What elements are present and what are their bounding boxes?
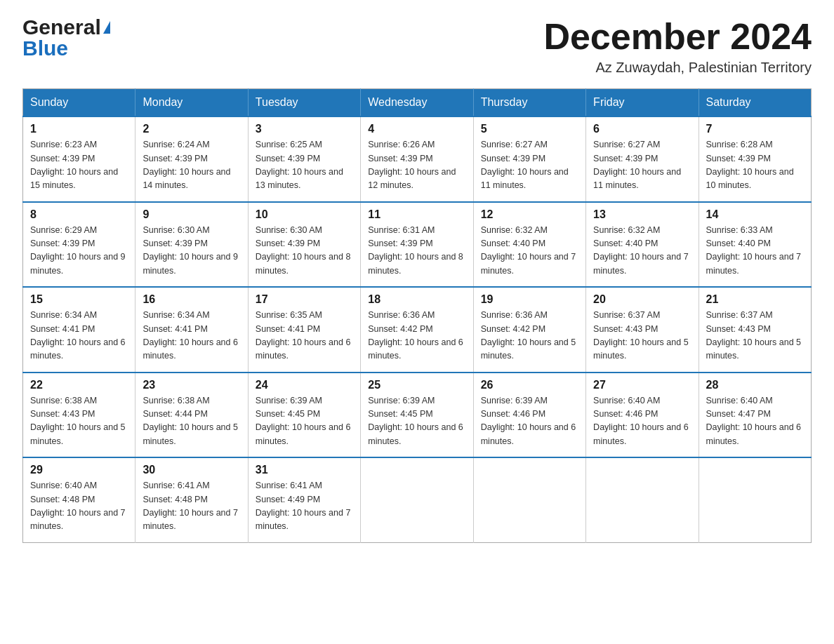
day-number: 17 xyxy=(256,293,353,306)
day-info: Sunrise: 6:37 AMSunset: 4:43 PMDaylight:… xyxy=(593,309,691,363)
calendar-day-cell: 4Sunrise: 6:26 AMSunset: 4:39 PMDaylight… xyxy=(361,116,473,202)
calendar-day-cell: 14Sunrise: 6:33 AMSunset: 4:40 PMDayligh… xyxy=(699,202,811,288)
day-info: Sunrise: 6:27 AMSunset: 4:39 PMDaylight:… xyxy=(481,138,578,193)
day-number: 9 xyxy=(143,208,240,221)
day-info: Sunrise: 6:33 AMSunset: 4:40 PMDaylight:… xyxy=(706,224,804,279)
calendar-header-thursday: Thursday xyxy=(473,89,585,117)
day-number: 28 xyxy=(706,379,804,391)
day-info: Sunrise: 6:41 AMSunset: 4:49 PMDaylight:… xyxy=(256,479,353,534)
calendar-header-wednesday: Wednesday xyxy=(361,89,473,117)
day-info: Sunrise: 6:24 AMSunset: 4:39 PMDaylight:… xyxy=(143,138,240,193)
calendar-header-sunday: Sunday xyxy=(23,89,135,117)
calendar-empty-cell xyxy=(699,457,811,542)
calendar-day-cell: 22Sunrise: 6:38 AMSunset: 4:43 PMDayligh… xyxy=(23,373,135,458)
day-number: 6 xyxy=(593,123,691,135)
calendar-day-cell: 9Sunrise: 6:30 AMSunset: 4:39 PMDaylight… xyxy=(135,202,248,288)
calendar-day-cell: 29Sunrise: 6:40 AMSunset: 4:48 PMDayligh… xyxy=(23,457,135,542)
logo-triangle-icon xyxy=(103,21,110,34)
day-number: 4 xyxy=(368,123,465,135)
calendar-day-cell: 20Sunrise: 6:37 AMSunset: 4:43 PMDayligh… xyxy=(586,287,699,373)
calendar-empty-cell xyxy=(473,457,585,542)
day-info: Sunrise: 6:30 AMSunset: 4:39 PMDaylight:… xyxy=(256,224,353,279)
day-info: Sunrise: 6:30 AMSunset: 4:39 PMDaylight:… xyxy=(143,224,240,279)
logo-general-g: G xyxy=(22,17,39,38)
day-info: Sunrise: 6:27 AMSunset: 4:39 PMDaylight:… xyxy=(593,138,691,193)
calendar-day-cell: 18Sunrise: 6:36 AMSunset: 4:42 PMDayligh… xyxy=(361,287,473,373)
day-number: 23 xyxy=(143,379,240,391)
calendar-day-cell: 15Sunrise: 6:34 AMSunset: 4:41 PMDayligh… xyxy=(23,287,135,373)
day-number: 31 xyxy=(256,464,353,476)
calendar-empty-cell xyxy=(361,457,473,542)
day-number: 8 xyxy=(30,208,128,221)
calendar-day-cell: 1Sunrise: 6:23 AMSunset: 4:39 PMDaylight… xyxy=(23,116,135,202)
calendar-header-row: SundayMondayTuesdayWednesdayThursdayFrid… xyxy=(23,89,812,117)
calendar-day-cell: 28Sunrise: 6:40 AMSunset: 4:47 PMDayligh… xyxy=(699,373,811,458)
calendar-week-row: 15Sunrise: 6:34 AMSunset: 4:41 PMDayligh… xyxy=(23,287,812,373)
calendar-day-cell: 30Sunrise: 6:41 AMSunset: 4:48 PMDayligh… xyxy=(135,457,248,542)
calendar-day-cell: 10Sunrise: 6:30 AMSunset: 4:39 PMDayligh… xyxy=(248,202,360,288)
day-info: Sunrise: 6:40 AMSunset: 4:47 PMDaylight:… xyxy=(706,394,804,449)
day-info: Sunrise: 6:31 AMSunset: 4:39 PMDaylight:… xyxy=(368,224,465,279)
calendar-day-cell: 26Sunrise: 6:39 AMSunset: 4:46 PMDayligh… xyxy=(473,373,585,458)
calendar-day-cell: 6Sunrise: 6:27 AMSunset: 4:39 PMDaylight… xyxy=(586,116,699,202)
page-header: G eneral B lue December 2024 Az Zuwaydah… xyxy=(22,17,812,76)
day-number: 27 xyxy=(593,379,691,391)
day-info: Sunrise: 6:34 AMSunset: 4:41 PMDaylight:… xyxy=(143,309,240,363)
day-number: 10 xyxy=(256,208,353,221)
day-info: Sunrise: 6:40 AMSunset: 4:48 PMDaylight:… xyxy=(30,479,128,534)
calendar-day-cell: 13Sunrise: 6:32 AMSunset: 4:40 PMDayligh… xyxy=(586,202,699,288)
day-info: Sunrise: 6:23 AMSunset: 4:39 PMDaylight:… xyxy=(30,138,128,193)
calendar-day-cell: 12Sunrise: 6:32 AMSunset: 4:40 PMDayligh… xyxy=(473,202,585,288)
calendar-day-cell: 21Sunrise: 6:37 AMSunset: 4:43 PMDayligh… xyxy=(699,287,811,373)
day-info: Sunrise: 6:35 AMSunset: 4:41 PMDaylight:… xyxy=(256,309,353,363)
day-number: 16 xyxy=(143,293,240,306)
day-info: Sunrise: 6:36 AMSunset: 4:42 PMDaylight:… xyxy=(368,309,465,363)
calendar-day-cell: 17Sunrise: 6:35 AMSunset: 4:41 PMDayligh… xyxy=(248,287,360,373)
calendar-day-cell: 5Sunrise: 6:27 AMSunset: 4:39 PMDaylight… xyxy=(473,116,585,202)
calendar-day-cell: 11Sunrise: 6:31 AMSunset: 4:39 PMDayligh… xyxy=(361,202,473,288)
day-info: Sunrise: 6:29 AMSunset: 4:39 PMDaylight:… xyxy=(30,224,128,279)
day-number: 11 xyxy=(368,208,465,221)
day-number: 12 xyxy=(481,208,578,221)
day-number: 1 xyxy=(30,123,128,135)
day-number: 24 xyxy=(256,379,353,391)
calendar-day-cell: 24Sunrise: 6:39 AMSunset: 4:45 PMDayligh… xyxy=(248,373,360,458)
day-info: Sunrise: 6:28 AMSunset: 4:39 PMDaylight:… xyxy=(706,138,804,193)
day-number: 7 xyxy=(706,123,804,135)
calendar-day-cell: 23Sunrise: 6:38 AMSunset: 4:44 PMDayligh… xyxy=(135,373,248,458)
day-info: Sunrise: 6:39 AMSunset: 4:46 PMDaylight:… xyxy=(481,394,578,449)
calendar-day-cell: 3Sunrise: 6:25 AMSunset: 4:39 PMDaylight… xyxy=(248,116,360,202)
calendar-week-row: 8Sunrise: 6:29 AMSunset: 4:39 PMDaylight… xyxy=(23,202,812,288)
day-info: Sunrise: 6:32 AMSunset: 4:40 PMDaylight:… xyxy=(593,224,691,279)
day-number: 29 xyxy=(30,464,128,476)
calendar-table: SundayMondayTuesdayWednesdayThursdayFrid… xyxy=(22,88,812,543)
month-title: December 2024 xyxy=(543,17,812,57)
day-number: 13 xyxy=(593,208,691,221)
calendar-day-cell: 16Sunrise: 6:34 AMSunset: 4:41 PMDayligh… xyxy=(135,287,248,373)
day-number: 5 xyxy=(481,123,578,135)
logo-blue-text: lue xyxy=(38,38,68,59)
logo-general-text: eneral xyxy=(39,17,100,38)
calendar-day-cell: 8Sunrise: 6:29 AMSunset: 4:39 PMDaylight… xyxy=(23,202,135,288)
day-info: Sunrise: 6:40 AMSunset: 4:46 PMDaylight:… xyxy=(593,394,691,449)
calendar-week-row: 1Sunrise: 6:23 AMSunset: 4:39 PMDaylight… xyxy=(23,116,812,202)
day-info: Sunrise: 6:38 AMSunset: 4:43 PMDaylight:… xyxy=(30,394,128,449)
calendar-week-row: 22Sunrise: 6:38 AMSunset: 4:43 PMDayligh… xyxy=(23,373,812,458)
day-info: Sunrise: 6:39 AMSunset: 4:45 PMDaylight:… xyxy=(256,394,353,449)
day-info: Sunrise: 6:36 AMSunset: 4:42 PMDaylight:… xyxy=(481,309,578,363)
day-info: Sunrise: 6:34 AMSunset: 4:41 PMDaylight:… xyxy=(30,309,128,363)
day-number: 19 xyxy=(481,293,578,306)
calendar-day-cell: 7Sunrise: 6:28 AMSunset: 4:39 PMDaylight… xyxy=(699,116,811,202)
day-number: 22 xyxy=(30,379,128,391)
day-number: 18 xyxy=(368,293,465,306)
day-info: Sunrise: 6:32 AMSunset: 4:40 PMDaylight:… xyxy=(481,224,578,279)
calendar-day-cell: 25Sunrise: 6:39 AMSunset: 4:45 PMDayligh… xyxy=(361,373,473,458)
day-number: 15 xyxy=(30,293,128,306)
calendar-header-tuesday: Tuesday xyxy=(248,89,360,117)
calendar-day-cell: 31Sunrise: 6:41 AMSunset: 4:49 PMDayligh… xyxy=(248,457,360,542)
day-number: 30 xyxy=(143,464,240,476)
day-number: 26 xyxy=(481,379,578,391)
day-info: Sunrise: 6:26 AMSunset: 4:39 PMDaylight:… xyxy=(368,138,465,193)
day-number: 20 xyxy=(593,293,691,306)
calendar-header-saturday: Saturday xyxy=(699,89,811,117)
